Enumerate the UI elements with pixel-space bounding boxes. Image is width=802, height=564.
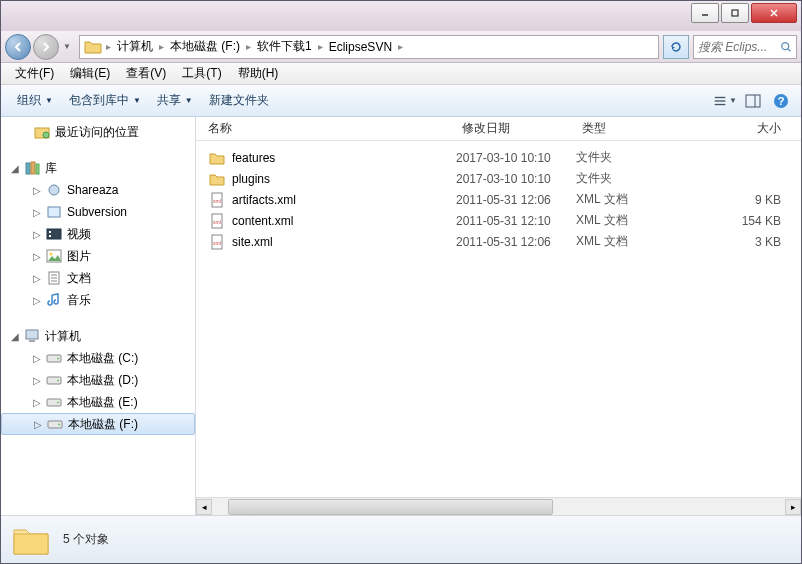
sidebar-label: 音乐	[67, 292, 91, 309]
expand-icon[interactable]: ▷	[33, 207, 45, 218]
help-button[interactable]: ?	[769, 89, 793, 113]
view-mode-button[interactable]: ▼	[713, 89, 737, 113]
sidebar-item-libraries[interactable]: ◢ 库	[1, 157, 195, 179]
file-row[interactable]: plugins2017-03-10 10:10文件夹	[196, 168, 801, 189]
scroll-right-button[interactable]: ▸	[785, 499, 801, 515]
sidebar-label: 本地磁盘 (D:)	[67, 372, 138, 389]
xml-file-icon: xml	[208, 192, 226, 208]
expand-icon[interactable]: ▷	[33, 273, 45, 284]
expand-icon[interactable]: ▷	[33, 375, 45, 386]
menu-edit[interactable]: 编辑(E)	[62, 63, 118, 84]
collapse-icon[interactable]: ◢	[11, 331, 23, 342]
file-row[interactable]: xmlartifacts.xml2011-05-31 12:06XML 文档9 …	[196, 189, 801, 210]
breadcrumb-segment[interactable]: 计算机	[113, 38, 157, 55]
svg-text:xml: xml	[213, 240, 221, 246]
file-type: XML 文档	[576, 212, 676, 229]
scroll-track[interactable]	[228, 499, 769, 515]
file-date: 2011-05-31 12:06	[456, 193, 576, 207]
file-row[interactable]: xmlcontent.xml2011-05-31 12:10XML 文档154 …	[196, 210, 801, 231]
svg-rect-30	[29, 340, 35, 342]
sidebar-item-drive[interactable]: ▷本地磁盘 (C:)	[1, 347, 195, 369]
search-box[interactable]	[693, 35, 797, 59]
organize-button[interactable]: 组织▼	[9, 88, 61, 113]
breadcrumb-segment[interactable]: 本地磁盘 (F:)	[166, 38, 244, 55]
column-header-date[interactable]: 修改日期	[456, 120, 576, 137]
expand-icon[interactable]: ▷	[33, 185, 45, 196]
maximize-button[interactable]	[721, 3, 749, 23]
svg-rect-29	[26, 330, 38, 339]
expand-icon[interactable]: ▷	[33, 295, 45, 306]
status-text: 5 个对象	[63, 531, 109, 548]
sidebar-item-drive[interactable]: ▷本地磁盘 (D:)	[1, 369, 195, 391]
file-name: features	[232, 151, 275, 165]
sidebar-item-library[interactable]: ▷音乐	[1, 289, 195, 311]
sidebar-item-drive[interactable]: ▷本地磁盘 (E:)	[1, 391, 195, 413]
svg-rect-20	[47, 229, 61, 239]
chevron-right-icon[interactable]: ▸	[104, 41, 113, 52]
search-input[interactable]	[698, 40, 780, 54]
horizontal-scrollbar[interactable]: ◂ ▸	[196, 497, 801, 515]
sidebar-item-drive[interactable]: ▷本地磁盘 (F:)	[1, 413, 195, 435]
chevron-right-icon[interactable]: ▸	[157, 41, 166, 52]
column-header-name[interactable]: 名称	[196, 120, 456, 137]
minimize-button[interactable]	[691, 3, 719, 23]
share-button[interactable]: 共享▼	[149, 88, 201, 113]
library-icon	[45, 182, 63, 198]
menu-help[interactable]: 帮助(H)	[230, 63, 287, 84]
expand-icon[interactable]: ▷	[34, 419, 46, 430]
menu-file[interactable]: 文件(F)	[7, 63, 62, 84]
svg-point-36	[57, 402, 59, 404]
svg-point-24	[50, 253, 53, 256]
folder-icon	[84, 39, 102, 55]
column-header-size[interactable]: 大小	[676, 120, 801, 137]
chevron-right-icon[interactable]: ▸	[316, 41, 325, 52]
forward-button[interactable]	[33, 34, 59, 60]
new-folder-button[interactable]: 新建文件夹	[201, 88, 277, 113]
svg-point-32	[57, 358, 59, 360]
sidebar-label: 计算机	[45, 328, 81, 345]
sidebar-item-library[interactable]: ▷视频	[1, 223, 195, 245]
sidebar-label: 本地磁盘 (F:)	[68, 416, 138, 433]
sidebar-item-library[interactable]: ▷Shareaza	[1, 179, 195, 201]
svg-text:xml: xml	[213, 198, 221, 204]
breadcrumb-segment[interactable]: 软件下载1	[253, 38, 316, 55]
sidebar-item-library[interactable]: ▷Subversion	[1, 201, 195, 223]
file-list[interactable]: features2017-03-10 10:10文件夹plugins2017-0…	[196, 141, 801, 497]
include-in-library-button[interactable]: 包含到库中▼	[61, 88, 149, 113]
expand-icon[interactable]: ▷	[33, 397, 45, 408]
collapse-icon[interactable]: ◢	[11, 163, 23, 174]
file-row[interactable]: features2017-03-10 10:10文件夹	[196, 147, 801, 168]
expand-icon[interactable]: ▷	[33, 353, 45, 364]
menu-view[interactable]: 查看(V)	[118, 63, 174, 84]
nav-history-dropdown[interactable]: ▼	[61, 36, 73, 58]
file-name: plugins	[232, 172, 270, 186]
drive-icon	[45, 394, 63, 410]
sidebar-item-recent[interactable]: 最近访问的位置	[1, 121, 195, 143]
sidebar-item-library[interactable]: ▷文档	[1, 267, 195, 289]
scroll-left-button[interactable]: ◂	[196, 499, 212, 515]
svg-rect-21	[49, 231, 51, 233]
file-date: 2011-05-31 12:06	[456, 235, 576, 249]
statusbar: 5 个对象	[1, 515, 801, 563]
menu-tools[interactable]: 工具(T)	[174, 63, 229, 84]
chevron-right-icon[interactable]: ▸	[396, 41, 405, 52]
close-button[interactable]	[751, 3, 797, 23]
sidebar-item-library[interactable]: ▷图片	[1, 245, 195, 267]
library-icon	[45, 292, 63, 308]
expand-icon[interactable]: ▷	[33, 229, 45, 240]
preview-pane-button[interactable]	[741, 89, 765, 113]
svg-text:xml: xml	[213, 219, 221, 225]
breadcrumb[interactable]: ▸ 计算机 ▸ 本地磁盘 (F:) ▸ 软件下载1 ▸ EclipseSVN ▸	[79, 35, 659, 59]
breadcrumb-segment[interactable]: EclipseSVN	[325, 40, 396, 54]
back-button[interactable]	[5, 34, 31, 60]
refresh-button[interactable]	[663, 35, 689, 59]
scroll-thumb[interactable]	[228, 499, 553, 515]
chevron-right-icon[interactable]: ▸	[244, 41, 253, 52]
sidebar-item-computer[interactable]: ◢ 计算机	[1, 325, 195, 347]
navigation-pane[interactable]: 最近访问的位置 ◢ 库 ▷Shareaza▷Subversion▷视频▷图片▷文…	[1, 117, 196, 515]
content-pane: 名称 修改日期 类型 大小 features2017-03-10 10:10文件…	[196, 117, 801, 515]
file-row[interactable]: xmlsite.xml2011-05-31 12:06XML 文档3 KB	[196, 231, 801, 252]
column-header-type[interactable]: 类型	[576, 120, 676, 137]
expand-icon[interactable]: ▷	[33, 251, 45, 262]
svg-rect-15	[26, 163, 30, 174]
